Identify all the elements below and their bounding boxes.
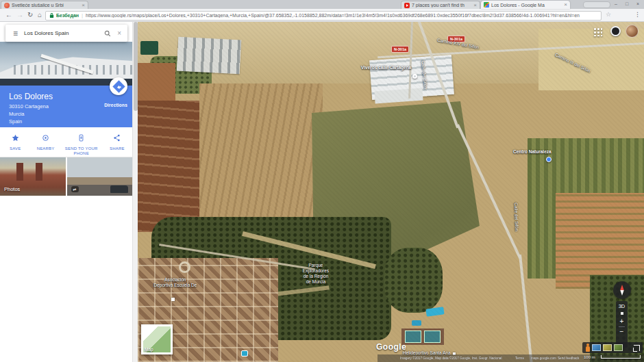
home-button[interactable]: ⌂ (38, 10, 42, 20)
tab-youtube[interactable]: 7 places you can't find th × (401, 1, 480, 9)
tab-close-icon[interactable]: × (473, 3, 477, 8)
star-icon (12, 134, 19, 142)
browser-toolbar: ← → ↻ ⌂ Безбедан | https://www.google.rs… (0, 9, 644, 22)
tilt-3d-button[interactable]: 3D (616, 301, 628, 309)
back-button[interactable]: ← (5, 10, 12, 20)
compass-control[interactable] (613, 281, 631, 299)
clear-search-icon[interactable]: × (117, 29, 121, 37)
directions-label[interactable]: Directions (104, 103, 127, 107)
road-label-calle: Calle del Sifón (514, 203, 519, 231)
tab-google-maps[interactable]: Los Dolores - Google Ma × (481, 1, 570, 9)
url-text[interactable]: https://www.google.rs/maps/place/Los+Dol… (86, 13, 597, 18)
share-button[interactable]: SHARE (102, 132, 132, 157)
imagery-bar (582, 342, 643, 353)
search-box[interactable]: ≡ Los Dolores Spain × (5, 25, 127, 42)
map-label-line: Deportiva Escuela De (141, 283, 210, 288)
imagery-thumbnail[interactable] (614, 344, 623, 351)
nearby-icon (42, 134, 49, 142)
browser-window: Svetleće slušalice u Srbi × 7 places you… (0, 0, 644, 362)
photo-detail (36, 163, 42, 181)
photo-detail (16, 163, 23, 181)
search-input[interactable]: Los Dolores Spain (24, 30, 104, 36)
tab-close-icon[interactable]: × (564, 2, 567, 8)
compass-needle-icon (618, 284, 626, 296)
user-avatar[interactable] (626, 25, 639, 38)
pegman-icon[interactable] (585, 344, 590, 352)
directions-button[interactable] (110, 77, 127, 95)
hamburger-menu-icon[interactable]: ≡ (13, 29, 18, 38)
poi-marker-white[interactable] (412, 74, 417, 79)
window-close-button[interactable]: × (633, 0, 643, 8)
tab-title: Svetleće slušalice u Srbi (12, 3, 79, 8)
reload-button[interactable]: ↻ (27, 10, 33, 20)
terms-text: Terms (515, 357, 524, 360)
place-address-line: Murcia (9, 111, 25, 117)
tab-close-icon[interactable]: × (82, 3, 85, 8)
search-icon[interactable] (104, 30, 111, 37)
save-button[interactable]: SAVE (0, 132, 30, 157)
map-label-line: Asociación (141, 277, 210, 283)
window-minimize-button[interactable]: – (611, 0, 621, 8)
profile-chip[interactable] (583, 1, 610, 8)
window-restore-button[interactable]: □ (622, 0, 632, 8)
expand-imagery-icon[interactable] (634, 345, 640, 351)
terrain-field (538, 29, 644, 90)
terrain-pool (412, 320, 421, 326)
terrain-court (405, 331, 421, 343)
streetview-thumbnail[interactable]: ⇄ (67, 157, 133, 196)
map-label-line: de la Región (278, 274, 354, 279)
map-mode-toggle[interactable]: Map (141, 324, 173, 354)
tab-svetlece[interactable]: Svetleće slušalice u Srbi × (1, 1, 88, 9)
map-label-viveros: Viveros calle Cartagena (361, 65, 411, 70)
imagery-thumbnail[interactable] (592, 344, 601, 351)
imagery-thumbnail[interactable] (603, 344, 612, 351)
map-label-line: Parque (278, 263, 354, 268)
nearby-button[interactable]: NEARBY (30, 132, 60, 157)
forward-button[interactable]: → (16, 10, 23, 20)
youtube-favicon-icon (404, 3, 410, 8)
photos-thumbnail[interactable]: Photos (0, 157, 66, 196)
poi-marker-teal[interactable] (241, 350, 248, 357)
maps-favicon-icon (484, 2, 489, 8)
place-info-card: Los Dolores 30310 Cartagena Murcia Spain… (0, 86, 132, 127)
terrain-pool (425, 307, 444, 317)
sidebar-scrollbar[interactable] (132, 22, 138, 362)
map-mode-preview: Map (143, 326, 171, 352)
satellite-map-canvas[interactable]: Viveros calle Cartagena N-301a N-301a Ca… (138, 22, 644, 362)
action-label: SHARE (102, 146, 132, 151)
terrain-field-brown (138, 63, 175, 105)
scale-bar (601, 355, 641, 359)
terms-link[interactable]: Terms (515, 356, 526, 360)
tab-strip: Svetleće slušalice u Srbi × 7 places you… (0, 0, 644, 9)
notifications-icon[interactable] (610, 26, 621, 36)
secure-lock-icon (49, 12, 54, 18)
google-apps-grid-icon[interactable] (593, 27, 602, 36)
zoom-out-button[interactable]: − (616, 328, 628, 336)
terrain-court (424, 331, 441, 343)
place-name: Los Dolores (9, 92, 53, 101)
send-feedback-link[interactable]: Send feedback (558, 356, 585, 360)
terrain-white-building (374, 88, 423, 104)
scale-label: 100 m (584, 355, 595, 359)
tab-favicon-red-icon (4, 3, 10, 8)
photo-detail (110, 185, 128, 193)
security-label: Безбедан (56, 13, 79, 18)
site-text: maps.google.com (531, 357, 556, 360)
terrain-forest-patch (384, 248, 443, 313)
url-separator: | (82, 12, 83, 18)
imagery-attribution: Imagery ©2017 Google, Map data ©2017 Goo… (400, 356, 530, 360)
browser-menu-icon[interactable]: ⋮ (634, 10, 641, 19)
bookmark-star-icon[interactable]: ☆ (606, 10, 611, 19)
send-to-phone-button[interactable]: SEND TO YOUR PHONE (61, 132, 102, 157)
reset-view-icon[interactable] (621, 312, 623, 315)
zoom-in-button[interactable]: + (616, 317, 628, 326)
imagery-attribution-text: Imagery ©2017 Google, Map data ©2017 Goo… (400, 357, 501, 360)
photos-row: Photos ⇄ (0, 157, 132, 196)
terrain-plowed-tan (199, 83, 323, 233)
terrain-warehouses (177, 37, 241, 75)
poi-marker-square[interactable] (171, 298, 175, 301)
poi-marker-blue[interactable] (546, 157, 552, 162)
address-bar[interactable]: Безбедан | https://www.google.rs/maps/pl… (45, 11, 602, 21)
zoom-control-stack: 3D + − (616, 301, 628, 348)
place-actions-row: SAVE NEARBY SEND TO YOUR PHONE (0, 127, 132, 157)
